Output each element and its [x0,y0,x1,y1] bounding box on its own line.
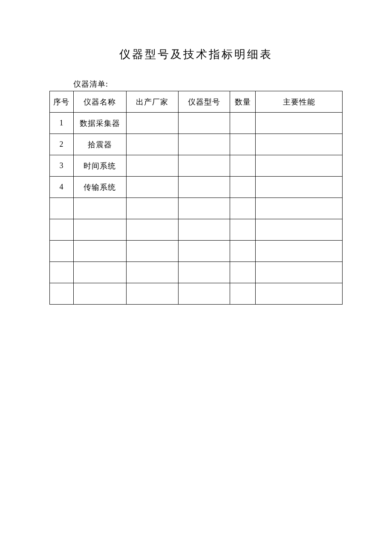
cell-seq: 4 [50,177,74,198]
cell-model [178,283,230,305]
header-performance: 主要性能 [256,91,343,113]
cell-model [178,219,230,241]
table-row [50,198,343,219]
cell-manufacturer [126,155,178,177]
cell-performance [256,241,343,262]
cell-model [178,155,230,177]
cell-manufacturer [126,113,178,134]
cell-name [73,241,126,262]
cell-model [178,241,230,262]
cell-performance [256,283,343,305]
cell-performance [256,113,343,134]
table-header-row: 序号 仪器名称 出产厂家 仪器型号 数量 主要性能 [50,91,343,113]
cell-name [73,283,126,305]
cell-model [178,198,230,219]
header-quantity: 数量 [230,91,256,113]
cell-quantity [230,134,256,155]
table-row [50,241,343,262]
table-container: 序号 仪器名称 出产厂家 仪器型号 数量 主要性能 1 数据采集器 2 拾震器 [49,91,343,305]
cell-quantity [230,262,256,283]
cell-manufacturer [126,177,178,198]
cell-quantity [230,219,256,241]
cell-manufacturer [126,219,178,241]
cell-model [178,177,230,198]
cell-quantity [230,177,256,198]
cell-model [178,134,230,155]
cell-quantity [230,155,256,177]
cell-quantity [230,283,256,305]
cell-performance [256,198,343,219]
cell-seq: 2 [50,134,74,155]
cell-quantity [230,113,256,134]
cell-seq: 3 [50,155,74,177]
cell-performance [256,177,343,198]
cell-seq [50,283,74,305]
cell-name: 传输系统 [73,177,126,198]
cell-manufacturer [126,241,178,262]
header-name: 仪器名称 [73,91,126,113]
cell-name: 时间系统 [73,155,126,177]
cell-performance [256,155,343,177]
cell-manufacturer [126,283,178,305]
cell-seq [50,198,74,219]
table-row: 4 传输系统 [50,177,343,198]
table-row [50,219,343,241]
table-row: 3 时间系统 [50,155,343,177]
cell-quantity [230,198,256,219]
cell-name [73,219,126,241]
cell-manufacturer [126,198,178,219]
cell-model [178,262,230,283]
cell-performance [256,134,343,155]
table-row [50,262,343,283]
table-row [50,283,343,305]
header-seq: 序号 [50,91,74,113]
cell-seq: 1 [50,113,74,134]
table-row: 1 数据采集器 [50,113,343,134]
table-row: 2 拾震器 [50,134,343,155]
cell-name: 拾震器 [73,134,126,155]
header-manufacturer: 出产厂家 [126,91,178,113]
cell-performance [256,219,343,241]
cell-manufacturer [126,134,178,155]
cell-seq [50,262,74,283]
cell-quantity [230,241,256,262]
instrument-table: 序号 仪器名称 出产厂家 仪器型号 数量 主要性能 1 数据采集器 2 拾震器 [49,91,343,305]
cell-seq [50,241,74,262]
cell-name: 数据采集器 [73,113,126,134]
page-title: 仪器型号及技术指标明细表 [0,47,392,62]
cell-seq [50,219,74,241]
header-model: 仪器型号 [178,91,230,113]
subtitle-label: 仪器清单: [73,79,392,89]
cell-name [73,262,126,283]
cell-name [73,198,126,219]
cell-model [178,113,230,134]
cell-manufacturer [126,262,178,283]
cell-performance [256,262,343,283]
